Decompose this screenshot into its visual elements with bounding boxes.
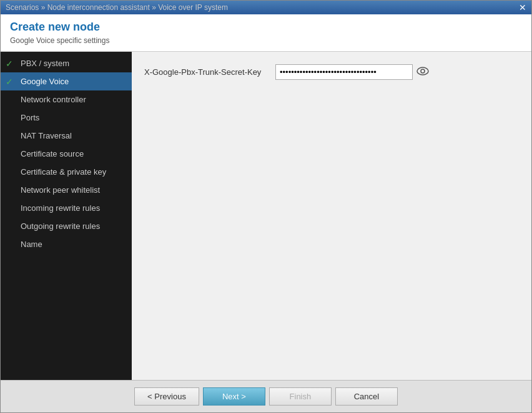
- sidebar-item-outgoing-rewrite-rules[interactable]: Outgoing rewrite rules: [1, 217, 132, 235]
- sidebar-item-network-peer-whitelist[interactable]: Network peer whitelist: [1, 181, 132, 199]
- finish-button[interactable]: Finish: [269, 387, 332, 406]
- cancel-button[interactable]: Cancel: [335, 387, 398, 406]
- content-area: ✓PBX / system✓Google VoiceNetwork contro…: [1, 52, 531, 380]
- sidebar-item-nat-traversal[interactable]: NAT Traversal: [1, 127, 132, 145]
- close-button[interactable]: ✕: [519, 3, 526, 12]
- svg-point-0: [417, 67, 428, 75]
- sidebar-item-label: Certificate & private key: [21, 167, 106, 177]
- sidebar-item-certificate-source[interactable]: Certificate source: [1, 145, 132, 163]
- next-button[interactable]: Next >: [203, 387, 265, 406]
- sidebar-item-label: Certificate source: [21, 149, 84, 158]
- footer: < Previous Next > Finish Cancel: [1, 380, 531, 412]
- breadcrumb: Scenarios » Node interconnection assista…: [6, 3, 228, 12]
- sidebar-item-ports[interactable]: Ports: [1, 109, 132, 127]
- toggle-visibility-icon[interactable]: [416, 67, 429, 78]
- sidebar-item-label: Network peer whitelist: [21, 185, 100, 195]
- page-title: Create new node: [10, 21, 522, 34]
- sidebar-item-incoming-rewrite-rules[interactable]: Incoming rewrite rules: [1, 199, 132, 217]
- sidebar-item-label: PBX / system: [21, 59, 69, 68]
- page-header: Create new node Google Voice specific se…: [1, 14, 531, 52]
- sidebar-item-label: NAT Traversal: [21, 131, 72, 140]
- sidebar-item-label: Google Voice: [21, 77, 69, 86]
- sidebar-item-name[interactable]: Name: [1, 235, 132, 253]
- sidebar-item-label: Incoming rewrite rules: [21, 203, 100, 213]
- svg-point-1: [421, 69, 425, 73]
- sidebar-item-google-voice[interactable]: ✓Google Voice: [1, 72, 132, 90]
- sidebar-item-label: Ports: [21, 113, 39, 122]
- check-icon: ✓: [6, 59, 13, 69]
- sidebar-item-label: Network controller: [21, 95, 86, 104]
- page-subtitle: Google Voice specific settings: [10, 36, 522, 45]
- sidebar-item-label: Outgoing rewrite rules: [21, 221, 100, 231]
- check-icon: ✓: [6, 77, 13, 87]
- previous-button[interactable]: < Previous: [134, 387, 199, 406]
- main-window: Scenarios » Node interconnection assista…: [0, 0, 532, 413]
- sidebar-item-label: Name: [21, 240, 42, 249]
- form-row-secret-key: X-Google-Pbx-Trunk-Secret-Key: [144, 64, 519, 80]
- secret-key-input[interactable]: [275, 64, 413, 80]
- main-panel: X-Google-Pbx-Trunk-Secret-Key: [132, 52, 531, 380]
- sidebar-item-pbx-system[interactable]: ✓PBX / system: [1, 54, 132, 72]
- sidebar-item-network-controller[interactable]: Network controller: [1, 90, 132, 109]
- sidebar: ✓PBX / system✓Google VoiceNetwork contro…: [1, 52, 132, 380]
- title-bar: Scenarios » Node interconnection assista…: [1, 1, 531, 14]
- secret-key-label: X-Google-Pbx-Trunk-Secret-Key: [144, 67, 269, 77]
- sidebar-item-certificate-private-key[interactable]: Certificate & private key: [1, 163, 132, 181]
